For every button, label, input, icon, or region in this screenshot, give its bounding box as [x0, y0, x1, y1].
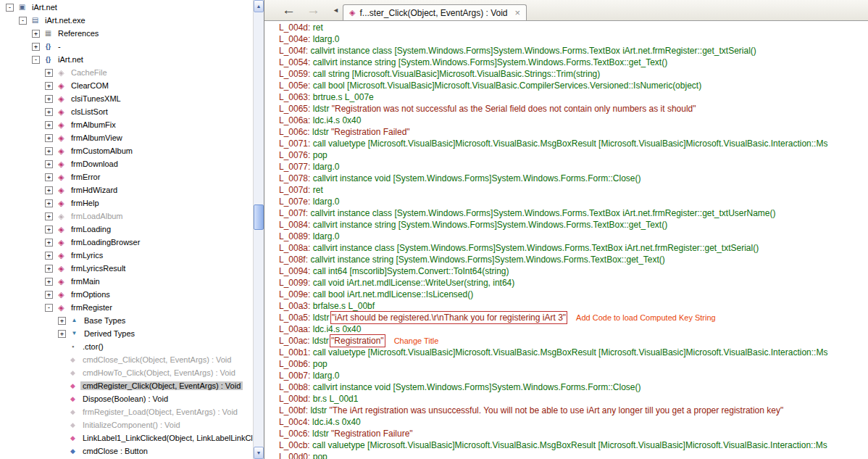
- tree-item[interactable]: +◈clsListSort: [0, 105, 254, 118]
- expand-icon[interactable]: +: [45, 291, 53, 299]
- tree-item[interactable]: ◆cmdHowTo_Click(Object, EventArgs) : Voi…: [0, 366, 254, 379]
- expand-icon[interactable]: +: [32, 30, 40, 38]
- tree-item[interactable]: +◈frmLoading: [0, 223, 254, 236]
- tree-item[interactable]: +◈frmError: [0, 170, 254, 183]
- expand-icon[interactable]: +: [45, 95, 53, 103]
- il-instruction: call valuetype [Microsoft.VisualBasic]Mi…: [313, 347, 828, 357]
- il-line: L_00ac: ldstr "Registration"Change Title: [279, 335, 868, 347]
- expand-icon[interactable]: +: [45, 160, 53, 168]
- tree-item[interactable]: +{}-: [0, 40, 254, 53]
- il-line: L_0076: pop: [279, 149, 868, 161]
- il-offset-label: L_004e:: [279, 34, 313, 44]
- indent-spacer: [58, 409, 64, 415]
- expand-icon[interactable]: +: [45, 134, 53, 142]
- tree-item[interactable]: +◈frmHdWizard: [0, 183, 254, 197]
- tree-item[interactable]: ◆LinkLabel1_LinkClicked(Object, LinkLabe…: [0, 431, 254, 444]
- tree-item[interactable]: -▤iArt.net.exe: [0, 14, 254, 27]
- expand-icon[interactable]: +: [45, 147, 53, 155]
- il-instruction: callvirt instance void [System.Windows.F…: [313, 382, 641, 392]
- tree-item[interactable]: +▲Base Types: [0, 314, 254, 327]
- tree-item[interactable]: +▼Derived Types: [0, 327, 254, 340]
- tree-item[interactable]: ◆cmdRegister_Click(Object, EventArgs) : …: [0, 379, 254, 392]
- il-line: L_008a: callvirt instance class [System.…: [279, 242, 868, 254]
- tree-item[interactable]: -◈frmRegister: [0, 301, 254, 314]
- il-instruction: ret: [313, 22, 323, 33]
- tree-item-label: cmdClose : Button: [80, 447, 150, 455]
- tree-item[interactable]: +▦References: [0, 27, 254, 40]
- field-icon: ◆: [67, 446, 78, 456]
- class-icon: ◈: [56, 67, 67, 78]
- tree-vertical-scrollbar[interactable]: ▲ ▼: [253, 0, 264, 459]
- scroll-down-icon[interactable]: ▼: [254, 447, 264, 459]
- tree-item-label: iArt.net: [56, 55, 85, 64]
- il-code-view[interactable]: L_004d: retL_004e: ldarg.0L_004f: callvi…: [264, 21, 868, 459]
- forward-icon[interactable]: →: [306, 0, 320, 20]
- tree-item[interactable]: +◈frmOptions: [0, 288, 254, 301]
- collapse-icon[interactable]: -: [19, 17, 27, 25]
- tree-item[interactable]: +◈frmLyricsResult: [0, 262, 254, 275]
- tree-item[interactable]: ◆Dispose(Boolean) : Void: [0, 392, 254, 405]
- tree-item[interactable]: -▣iArt.net: [0, 1, 254, 14]
- expand-icon[interactable]: +: [58, 317, 66, 325]
- tree-item[interactable]: +◈clsiTunesXML: [0, 92, 254, 105]
- tree-item[interactable]: +◈CacheFile: [0, 66, 254, 79]
- back-icon[interactable]: ←: [282, 0, 296, 20]
- expand-icon[interactable]: +: [45, 173, 53, 181]
- tree-item[interactable]: ▪.ctor(): [0, 340, 254, 353]
- expand-icon[interactable]: +: [45, 199, 53, 207]
- tree-item[interactable]: +◈frmCustomAlbum: [0, 144, 254, 157]
- expand-icon[interactable]: +: [45, 278, 53, 286]
- tree-item[interactable]: +◈frmHelp: [0, 197, 254, 210]
- scrollbar-thumb[interactable]: [254, 204, 264, 230]
- scrollbar-track[interactable]: [254, 12, 264, 447]
- expand-icon[interactable]: +: [45, 186, 53, 194]
- tree-item[interactable]: +◈frmAlbumView: [0, 131, 254, 144]
- expand-icon[interactable]: +: [45, 226, 53, 233]
- tree-item[interactable]: +◈ClearCOM: [0, 79, 254, 92]
- scroll-up-icon[interactable]: ▲: [254, 0, 264, 12]
- il-line: L_0099: call void iArt.net.mdlLicense::W…: [279, 277, 868, 289]
- il-instruction: ldstr: [312, 429, 331, 439]
- tree-item[interactable]: +◈frmLoadAlbum: [0, 210, 254, 223]
- tree-item[interactable]: ◆cmdClose : Button: [0, 444, 254, 458]
- collapse-icon[interactable]: -: [32, 56, 40, 64]
- assembly-set-icon: ▣: [17, 2, 28, 12]
- class-icon: ◈: [56, 94, 67, 104]
- expand-icon[interactable]: +: [45, 239, 53, 247]
- il-offset-label: L_006c:: [279, 127, 312, 137]
- string-literal: "The iArt registration was unsuccessful.…: [329, 405, 783, 415]
- tree-item[interactable]: ◆InitializeComponent() : Void: [0, 418, 254, 431]
- tree-item[interactable]: ◆cmdClose_Click(Object, EventArgs) : Voi…: [0, 353, 254, 366]
- tree-item[interactable]: +◈frmAlbumFix: [0, 118, 254, 131]
- expand-icon[interactable]: +: [45, 108, 53, 116]
- il-offset-label: L_0078:: [279, 173, 313, 183]
- tab-scroll-left-icon[interactable]: ◄: [333, 7, 339, 14]
- il-instruction: ldc.i4.s 0x40: [313, 115, 362, 125]
- tree-item[interactable]: -{}iArt.net: [0, 53, 254, 66]
- il-instruction: ldc.i4.s 0x40: [312, 417, 361, 427]
- expand-icon[interactable]: +: [45, 265, 53, 273]
- il-line: L_00b6: pop: [279, 358, 868, 370]
- collapse-icon[interactable]: -: [6, 4, 14, 12]
- assembly-tree[interactable]: -▣iArt.net-▤iArt.net.exe+▦References+{}-…: [0, 0, 254, 459]
- method-icon: ◆: [67, 420, 78, 430]
- expand-icon[interactable]: +: [45, 69, 53, 77]
- expand-icon[interactable]: +: [58, 330, 66, 338]
- expand-icon[interactable]: +: [45, 82, 53, 90]
- collapse-icon[interactable]: -: [45, 304, 53, 312]
- expand-icon[interactable]: +: [45, 212, 53, 220]
- tree-item[interactable]: +◈frmLyrics: [0, 249, 254, 262]
- tree-item[interactable]: ◆frmRegister_Load(Object, EventArgs) : V…: [0, 405, 254, 418]
- close-tab-icon[interactable]: ×: [515, 7, 521, 18]
- expand-icon[interactable]: +: [45, 121, 53, 129]
- tree-item[interactable]: +◈frmMain: [0, 275, 254, 288]
- disassembly-tab[interactable]: ◈ f...ster_Click(Object, EventArgs) : Vo…: [343, 4, 527, 20]
- expand-icon[interactable]: +: [45, 252, 53, 260]
- il-offset-label: L_0071:: [279, 138, 313, 149]
- il-offset-label: L_00a5:: [279, 313, 313, 323]
- method-icon: ◆: [67, 407, 78, 417]
- tree-item[interactable]: +◈frmDownload: [0, 157, 254, 170]
- expand-icon[interactable]: +: [32, 43, 40, 51]
- il-line: L_0078: callvirt instance void [System.W…: [279, 173, 868, 184]
- tree-item[interactable]: +◈frmLoadingBrowser: [0, 236, 254, 249]
